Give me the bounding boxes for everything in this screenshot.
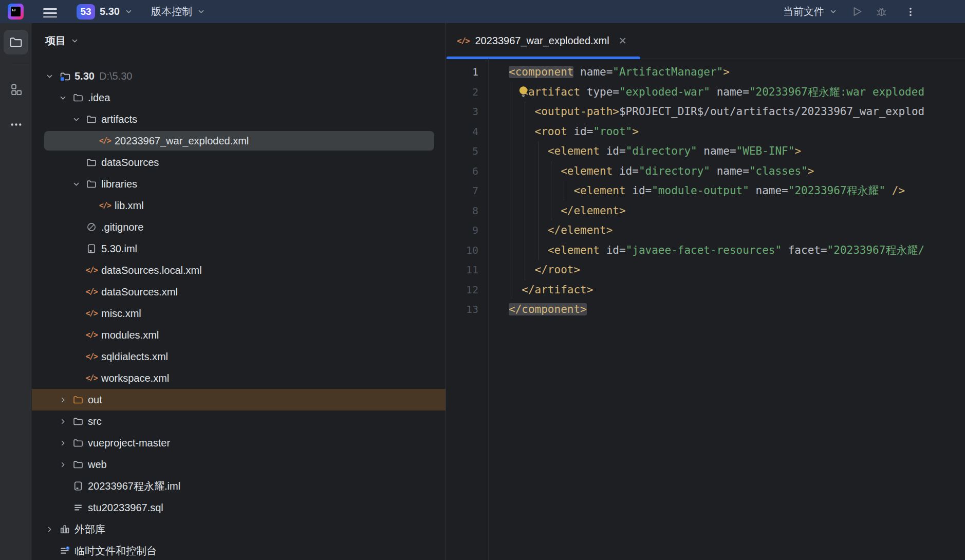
project-tool-window: 项目 5.30D:\5.30.ideaartifacts</>20233967_… xyxy=(32,23,446,560)
tree-item-sqldialects.xml[interactable]: </>sqldialects.xml xyxy=(32,346,446,367)
chevron-right-icon[interactable] xyxy=(59,439,72,447)
iml-icon xyxy=(85,244,98,254)
code-line-text: <component name="ArtifactManager"> xyxy=(488,66,730,78)
tree-item-stu20233967.sql[interactable]: stu20233967.sql xyxy=(32,497,446,518)
code-token: "classes" xyxy=(749,165,808,177)
code-token: </element> xyxy=(548,224,613,236)
line-number: 1 xyxy=(447,66,488,78)
tree-item-5.30.iml[interactable]: 5.30.iml xyxy=(32,238,446,259)
code-token: <artifact xyxy=(522,86,580,98)
chevron-right-icon[interactable] xyxy=(59,396,72,404)
tree-item-label: dataSources.local.xml xyxy=(101,265,202,276)
folder-icon xyxy=(72,459,84,470)
tree-item-5.30[interactable]: 5.30D:\5.30 xyxy=(32,65,446,87)
close-tab-icon[interactable]: ✕ xyxy=(619,35,627,47)
tree-item-misc.xml[interactable]: </>misc.xml xyxy=(32,303,446,324)
debug-button[interactable] xyxy=(876,0,887,23)
chevron-down-icon[interactable] xyxy=(72,180,85,189)
project-tool-window-button[interactable] xyxy=(4,30,28,54)
code-line-1[interactable]: 1<component name="ArtifactManager"> xyxy=(447,62,965,82)
code-token xyxy=(697,145,704,157)
tree-item-临时文件和控制台[interactable]: 临时文件和控制台 xyxy=(32,540,446,560)
tree-item-label: 5.30.iml xyxy=(101,243,137,255)
tool-window-stripe xyxy=(0,23,32,560)
tree-item-out[interactable]: out xyxy=(32,389,446,410)
run-configuration-widget[interactable]: 当前文件 xyxy=(783,0,838,23)
code-token xyxy=(509,284,522,296)
tree-item-label: dataSources xyxy=(101,157,159,169)
tree-item-dataSources.xml[interactable]: </>dataSources.xml xyxy=(32,281,446,303)
tree-item-vueproject-master[interactable]: vueproject-master xyxy=(32,432,446,454)
chevron-down-icon[interactable] xyxy=(72,115,85,124)
editor-area: </> 20233967_war_exploded.xml ✕ 1<compon… xyxy=(447,23,965,560)
code-token: name xyxy=(717,165,743,177)
project-panel-header[interactable]: 项目 xyxy=(32,23,446,59)
chevron-right-icon[interactable] xyxy=(59,460,72,469)
code-line-12[interactable]: 12 </artifact> xyxy=(447,280,965,300)
code-line-text: <artifact type="exploded-war" name="2023… xyxy=(488,85,924,99)
tree-item-libraries[interactable]: libraries xyxy=(32,173,446,195)
code-token xyxy=(782,244,788,256)
more-tool-windows-button[interactable] xyxy=(4,112,28,137)
tree-item-src[interactable]: src xyxy=(32,410,446,432)
folder-icon xyxy=(9,35,23,49)
code-editor[interactable]: 1<component name="ArtifactManager">2 <ar… xyxy=(447,59,965,560)
chevron-right-icon[interactable] xyxy=(59,417,72,426)
tree-item-workspace.xml[interactable]: </>workspace.xml xyxy=(32,367,446,389)
code-token: type xyxy=(587,86,613,98)
stripe-divider xyxy=(12,65,29,65)
project-widget[interactable]: 53 5.30 xyxy=(77,0,133,23)
code-token: = xyxy=(619,244,626,256)
structure-tool-window-button[interactable] xyxy=(4,77,28,102)
tree-item-label: artifacts xyxy=(101,114,137,125)
code-token xyxy=(509,165,561,177)
tree-item-artifacts[interactable]: artifacts xyxy=(32,108,446,130)
code-token: <element xyxy=(548,244,600,256)
chevron-down-icon[interactable] xyxy=(45,72,59,81)
code-token: <root xyxy=(535,125,567,138)
tree-item-modules.xml[interactable]: </>modules.xml xyxy=(32,324,446,346)
chevron-right-icon[interactable] xyxy=(45,525,59,534)
code-token: id xyxy=(606,244,619,256)
line-number: 7 xyxy=(447,184,488,197)
code-token xyxy=(626,184,633,197)
vcs-widget[interactable]: 版本控制 xyxy=(151,0,206,23)
tree-item-外部库[interactable]: 外部库 xyxy=(32,518,446,540)
editor-tab-war-exploded-xml[interactable]: </> 20233967_war_exploded.xml ✕ xyxy=(447,23,640,59)
more-actions-button[interactable] xyxy=(905,0,916,23)
code-token: = xyxy=(743,86,749,98)
code-token xyxy=(509,125,535,138)
tree-item-20233967_war_exploded.xml[interactable]: </>20233967_war_exploded.xml xyxy=(32,130,446,152)
folder-excluded-icon xyxy=(72,395,84,405)
line-number: 4 xyxy=(447,125,488,138)
tree-item-.idea[interactable]: .idea xyxy=(32,87,446,108)
tree-item-web[interactable]: web xyxy=(32,454,446,475)
code-token: = xyxy=(782,184,788,197)
code-token xyxy=(509,224,548,236)
code-token: > xyxy=(808,165,814,177)
tree-item-lib.xml[interactable]: </>lib.xml xyxy=(32,195,446,216)
chevron-down-icon[interactable] xyxy=(59,94,72,102)
xml-icon: </> xyxy=(85,309,98,318)
matched-tag-highlight: <component xyxy=(509,66,573,78)
structure-icon xyxy=(10,84,22,96)
tree-item-.gitignore[interactable]: .gitignore xyxy=(32,216,446,238)
code-token: "javaee-facet-resources" xyxy=(626,244,782,256)
code-line-text: </artifact> xyxy=(488,284,593,296)
code-line-13[interactable]: 13</component> xyxy=(447,300,965,320)
code-line-text: </component> xyxy=(488,303,587,315)
tree-item-label: 外部库 xyxy=(75,522,105,536)
code-token: "root" xyxy=(593,125,632,138)
tree-item-label: .idea xyxy=(88,92,110,104)
intention-lightbulb-icon[interactable] xyxy=(517,85,530,100)
tree-item-label: dataSources.xml xyxy=(101,286,178,298)
tree-item-dataSources.local.xml[interactable]: </>dataSources.local.xml xyxy=(32,259,446,281)
code-token: = xyxy=(821,244,827,256)
tree-item-20233967程永耀.iml[interactable]: 20233967程永耀.iml xyxy=(32,475,446,497)
run-configuration-label: 当前文件 xyxy=(783,5,824,18)
code-token: name xyxy=(703,145,730,157)
run-button[interactable] xyxy=(851,0,863,23)
tree-item-label: out xyxy=(88,394,102,406)
tree-item-dataSources[interactable]: dataSources xyxy=(32,152,446,173)
tree-item-label: modules.xml xyxy=(101,329,159,341)
